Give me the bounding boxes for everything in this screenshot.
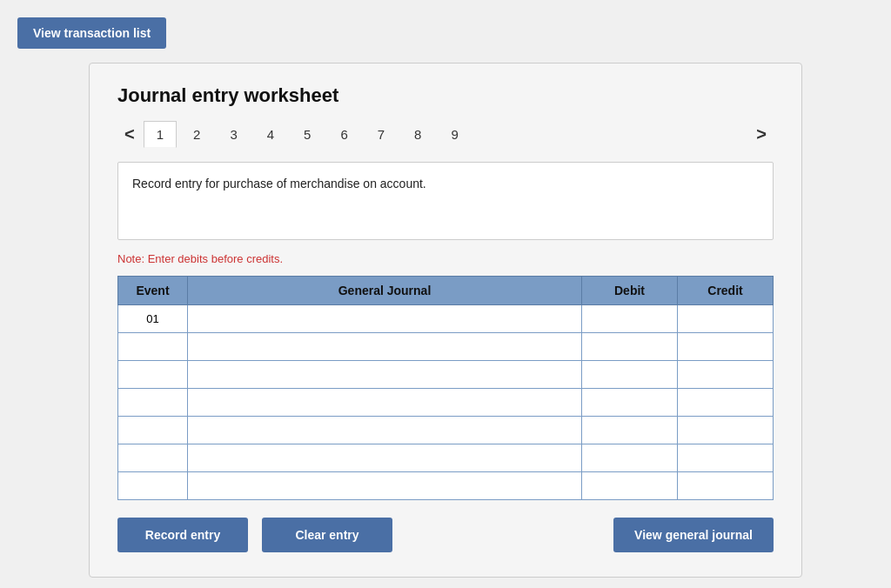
- credit-cell-3[interactable]: [678, 389, 774, 417]
- event-cell-1: [118, 333, 188, 361]
- tab-4[interactable]: 4: [254, 121, 287, 148]
- event-cell-6: [118, 472, 188, 500]
- debit-cell-5[interactable]: [582, 444, 678, 472]
- journal-cell-5[interactable]: [188, 444, 582, 472]
- credit-cell-4[interactable]: [678, 417, 774, 444]
- credit-cell-2[interactable]: [678, 361, 774, 389]
- tab-3[interactable]: 3: [217, 121, 250, 148]
- debit-cell-6[interactable]: [582, 472, 678, 500]
- journal-cell-2[interactable]: [188, 361, 582, 389]
- worksheet-title: Journal entry worksheet: [117, 84, 774, 107]
- credit-cell-5[interactable]: [678, 444, 774, 472]
- table-row: [118, 444, 774, 472]
- debit-input-2[interactable]: [582, 361, 677, 388]
- tab-5[interactable]: 5: [291, 121, 324, 148]
- col-header-debit: Debit: [582, 277, 678, 305]
- debit-cell-0[interactable]: [582, 305, 678, 333]
- worksheet-container: Journal entry worksheet < 1 2 3 4 5 6 7 …: [89, 63, 802, 578]
- next-tab-button[interactable]: >: [749, 121, 774, 148]
- credit-input-1[interactable]: [678, 333, 773, 360]
- view-transaction-button[interactable]: View transaction list: [17, 17, 166, 49]
- event-cell-4: [118, 417, 188, 444]
- journal-cell-6[interactable]: [188, 472, 582, 500]
- table-row: [118, 333, 774, 361]
- debit-cell-2[interactable]: [582, 361, 678, 389]
- view-general-journal-button[interactable]: View general journal: [613, 518, 774, 552]
- debit-input-6[interactable]: [582, 472, 677, 499]
- tabs-row: < 1 2 3 4 5 6 7 8 9 >: [117, 121, 774, 148]
- table-row: [118, 361, 774, 389]
- record-entry-button[interactable]: Record entry: [117, 518, 248, 552]
- debit-input-5[interactable]: [582, 444, 677, 471]
- col-header-journal: General Journal: [188, 277, 582, 305]
- event-cell-2: [118, 361, 188, 389]
- buttons-row: Record entry Clear entry View general jo…: [117, 518, 774, 552]
- event-cell-0: 01: [118, 305, 188, 333]
- credit-input-5[interactable]: [678, 444, 773, 471]
- credit-input-6[interactable]: [678, 472, 773, 499]
- debit-input-0[interactable]: [582, 305, 677, 332]
- journal-cell-3[interactable]: [188, 389, 582, 417]
- event-cell-3: [118, 389, 188, 417]
- col-header-credit: Credit: [678, 277, 774, 305]
- credit-input-3[interactable]: [678, 389, 773, 416]
- credit-cell-1[interactable]: [678, 333, 774, 361]
- tab-8[interactable]: 8: [401, 121, 434, 148]
- journal-input-2[interactable]: [188, 361, 581, 388]
- debit-cell-1[interactable]: [582, 333, 678, 361]
- journal-input-0[interactable]: [188, 305, 581, 332]
- event-cell-5: [118, 444, 188, 472]
- tab-1[interactable]: 1: [144, 121, 177, 148]
- table-row: [118, 472, 774, 500]
- journal-input-4[interactable]: [188, 417, 581, 444]
- debit-input-4[interactable]: [582, 417, 677, 444]
- debit-cell-3[interactable]: [582, 389, 678, 417]
- tab-9[interactable]: 9: [438, 121, 471, 148]
- journal-input-5[interactable]: [188, 444, 581, 471]
- journal-cell-1[interactable]: [188, 333, 582, 361]
- journal-table: Event General Journal Debit Credit 01: [117, 276, 774, 500]
- credit-input-2[interactable]: [678, 361, 773, 388]
- journal-input-1[interactable]: [188, 333, 581, 360]
- tab-2[interactable]: 2: [180, 121, 213, 148]
- description-box: Record entry for purchase of merchandise…: [117, 162, 774, 240]
- credit-input-4[interactable]: [678, 417, 773, 444]
- credit-cell-0[interactable]: [678, 305, 774, 333]
- table-row: [118, 389, 774, 417]
- clear-entry-button[interactable]: Clear entry: [262, 518, 392, 552]
- journal-input-3[interactable]: [188, 389, 581, 416]
- debit-cell-4[interactable]: [582, 417, 678, 444]
- credit-cell-6[interactable]: [678, 472, 774, 500]
- table-row: 01: [118, 305, 774, 333]
- note-text: Note: Enter debits before credits.: [117, 252, 774, 265]
- debit-input-1[interactable]: [582, 333, 677, 360]
- table-row: [118, 417, 774, 444]
- col-header-event: Event: [118, 277, 188, 305]
- journal-cell-4[interactable]: [188, 417, 582, 444]
- credit-input-0[interactable]: [678, 305, 773, 332]
- debit-input-3[interactable]: [582, 389, 677, 416]
- journal-cell-0[interactable]: [188, 305, 582, 333]
- tab-6[interactable]: 6: [327, 121, 360, 148]
- top-bar: View transaction list: [17, 17, 874, 49]
- tab-7[interactable]: 7: [365, 121, 398, 148]
- journal-input-6[interactable]: [188, 472, 581, 499]
- prev-tab-button[interactable]: <: [117, 121, 142, 148]
